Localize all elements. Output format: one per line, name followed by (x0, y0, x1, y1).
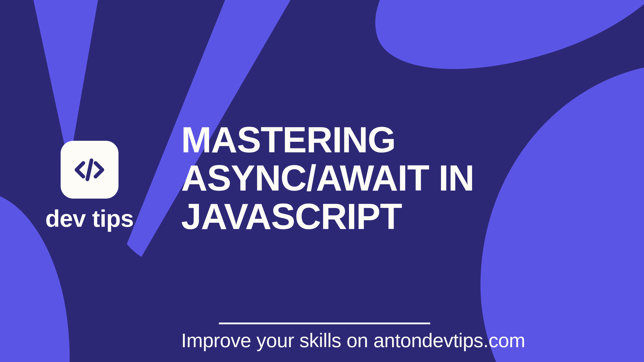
main-title: MASTERINGASYNC/AWAIT INJAVASCRIPT (181, 121, 474, 236)
code-slash-icon (72, 153, 106, 187)
logo-text: dev tips (45, 205, 134, 232)
logo-icon-container (61, 141, 118, 199)
title-text: MASTERINGASYNC/AWAIT INJAVASCRIPT (181, 119, 474, 237)
decorative-shape (480, 63, 644, 362)
tagline-text: Improve your skills on antondevtips.com (181, 329, 525, 352)
promo-banner: dev tips MASTERINGASYNC/AWAIT INJAVASCRI… (0, 0, 644, 362)
logo-block: dev tips (45, 141, 134, 232)
divider-line (219, 323, 430, 324)
